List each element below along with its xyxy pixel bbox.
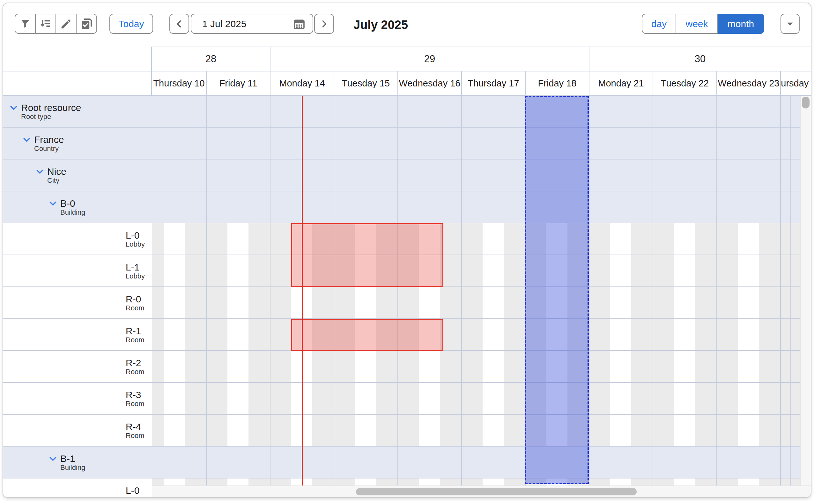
timeline-row-b-0[interactable]: [152, 191, 800, 223]
tree-row-r-0[interactable]: R-0Room: [3, 287, 152, 319]
resource-label: Root resource: [21, 102, 81, 113]
tree-row-l-1[interactable]: L-1Lobby: [3, 255, 152, 287]
tree-row-r-4[interactable]: R-4Room: [3, 415, 152, 447]
sort-button[interactable]: [35, 14, 55, 33]
day-header-label: Monday 21: [598, 78, 644, 89]
view-week-button[interactable]: week: [676, 14, 718, 34]
week-header-cell: 29: [270, 47, 589, 71]
timeline-row-b-1[interactable]: [152, 447, 800, 478]
timeline-row-r-2[interactable]: [152, 351, 800, 383]
resource-type-label: Room: [126, 432, 144, 440]
chevron-down-icon[interactable]: [35, 167, 45, 176]
sort-list-icon: [39, 18, 52, 30]
day-header-cell[interactable]: Monday 14: [270, 71, 334, 95]
day-header-cell[interactable]: Tuesday 15: [334, 71, 397, 95]
horizontal-scrollbar-thumb[interactable]: [356, 488, 637, 495]
resource-label: B-0: [60, 198, 75, 209]
filter-button[interactable]: [15, 14, 35, 33]
timeline-row-l-0[interactable]: [152, 223, 800, 255]
day-header-label: Thursday 10: [153, 78, 204, 89]
day-header-label: Wednesday 23: [718, 78, 780, 89]
tree-row-r-1[interactable]: R-1Room: [3, 319, 152, 351]
vertical-scrollbar-track[interactable]: [800, 96, 811, 485]
select-events-button[interactable]: [76, 14, 96, 33]
vertical-scrollbar-thumb[interactable]: [802, 97, 810, 108]
resource-type-label: Building: [60, 208, 85, 217]
today-button[interactable]: Today: [109, 14, 153, 34]
day-header-cell[interactable]: Tuesday 22: [653, 71, 716, 95]
resource-type-label: Lobby: [126, 240, 145, 248]
chevron-down-icon[interactable]: [48, 454, 58, 463]
tree-row-r-3[interactable]: R-3Room: [3, 383, 152, 415]
day-header-cell[interactable]: Thursday 24: [780, 71, 811, 95]
day-header-label: Friday 11: [219, 78, 257, 89]
resource-label: R-1: [126, 326, 141, 337]
today-button-label: Today: [118, 19, 144, 29]
timeline-row-r-3[interactable]: [152, 383, 800, 415]
resource-type-label: Room: [126, 304, 144, 312]
chevron-down-icon[interactable]: [9, 103, 19, 113]
day-header-label: Friday 18: [538, 78, 577, 89]
scheduler-panel: Today 1 Jul 2025 July 2025 day week mont…: [3, 3, 811, 498]
resource-label: R-4: [126, 421, 141, 432]
tree-row-b-0[interactable]: B-0Building: [3, 191, 152, 223]
week-number: 29: [424, 53, 435, 65]
week-number: 30: [695, 53, 706, 65]
resource-type-label: City: [47, 176, 59, 185]
resource-label: L-0: [126, 485, 139, 496]
event-bar[interactable]: [291, 319, 443, 351]
date-picker-value: 1 Jul 2025: [202, 19, 246, 29]
timeline-row-nice[interactable]: [152, 159, 800, 191]
resource-tree: Root resourceRoot typeFranceCountryNiceC…: [3, 96, 152, 497]
week-header-cell: 30: [589, 47, 811, 71]
view-day-button[interactable]: day: [642, 14, 676, 34]
tree-row-nice[interactable]: NiceCity: [3, 159, 152, 191]
day-header-cell[interactable]: Friday 18: [525, 71, 589, 95]
next-button[interactable]: [314, 14, 334, 34]
chevron-down-icon[interactable]: [48, 199, 58, 208]
timeline-row-france[interactable]: [152, 128, 800, 159]
edit-button[interactable]: [55, 14, 76, 33]
timeline-row-r-0[interactable]: [152, 287, 800, 319]
timeline-row-r-4[interactable]: [152, 415, 800, 447]
timeline-row-root resource[interactable]: [152, 96, 800, 128]
day-header-cell[interactable]: Monday 21: [589, 71, 653, 95]
horizontal-scrollbar-track[interactable]: [152, 485, 811, 497]
resource-label: B-1: [60, 453, 75, 464]
toolbar-icon-group: [15, 14, 97, 34]
tree-row-b-1[interactable]: B-1Building: [3, 447, 152, 478]
day-header-cell[interactable]: Wednesday 23: [716, 71, 780, 95]
resource-label: L-0: [126, 230, 139, 241]
day-header-cell[interactable]: Wednesday 16: [397, 71, 461, 95]
menu-dropdown-button[interactable]: [781, 14, 800, 34]
tree-row-france[interactable]: FranceCountry: [3, 128, 152, 159]
calendar-icon: [293, 18, 306, 30]
tree-row-l-0[interactable]: L-0Lobby: [3, 223, 152, 255]
resource-type-label: Room: [126, 368, 144, 376]
funnel-icon: [19, 18, 31, 30]
view-month-button[interactable]: month: [718, 14, 764, 34]
resource-label: R-3: [126, 389, 141, 400]
day-header-cell[interactable]: Thursday 10: [152, 71, 206, 95]
event-bar[interactable]: [291, 223, 443, 287]
chevron-left-icon: [174, 19, 185, 29]
chevron-right-icon: [319, 19, 329, 29]
selected-column-overlay: [525, 96, 589, 484]
timeline-row-r-1[interactable]: [152, 319, 800, 351]
day-header-cell[interactable]: Thursday 17: [461, 71, 525, 95]
timeline-row-l-1[interactable]: [152, 255, 800, 287]
day-header-cell[interactable]: Friday 11: [206, 71, 270, 95]
chevron-down-icon[interactable]: [22, 135, 32, 145]
tree-row-r-2[interactable]: R-2Room: [3, 351, 152, 383]
tree-row-root resource[interactable]: Root resourceRoot type: [3, 96, 152, 128]
resource-type-label: Country: [34, 145, 59, 153]
prev-button[interactable]: [169, 14, 189, 34]
day-header-label: Thursday 17: [468, 78, 519, 89]
date-picker-field[interactable]: 1 Jul 2025: [191, 14, 313, 34]
tree-row-l-0[interactable]: L-0Lobby: [3, 478, 152, 497]
resource-label: R-0: [126, 294, 141, 305]
resource-type-label: Lobby: [126, 272, 145, 280]
resource-label: France: [34, 134, 64, 145]
timeline-row-l-0[interactable]: [152, 478, 800, 485]
resource-type-label: Building: [60, 463, 85, 472]
